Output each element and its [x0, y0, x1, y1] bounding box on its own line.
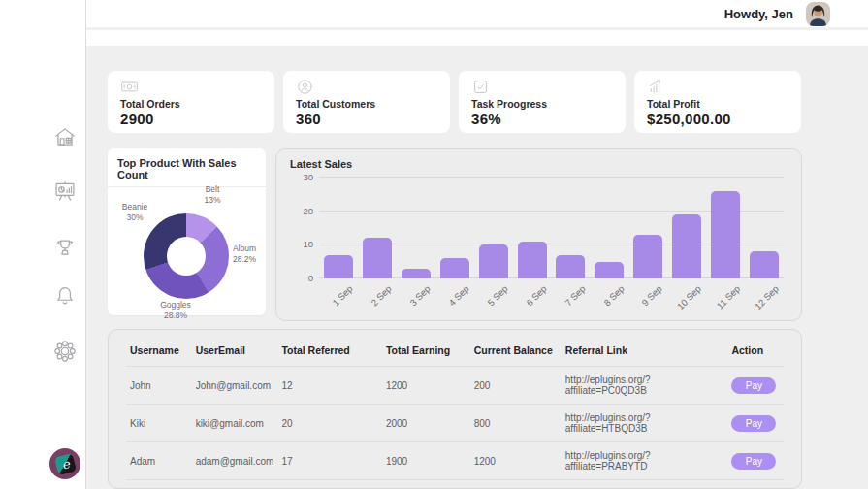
pay-button[interactable]: Pay — [731, 377, 776, 394]
home-icon — [52, 124, 78, 149]
gear-icon — [52, 339, 78, 364]
presentation-chart-icon — [52, 179, 78, 204]
profit-chart-icon — [647, 78, 788, 96]
bell-icon — [52, 283, 78, 309]
table-header-row: Username UserEmail Total Referred Total … — [126, 334, 784, 367]
cell-email: kiki@gmail.com — [192, 405, 278, 442]
cell-referral-link: http://eplugins.org/?affiliate=PC0QD3B — [562, 367, 728, 405]
pay-button[interactable]: Pay — [731, 415, 776, 432]
x-tick-label: 10 Sep — [675, 283, 703, 311]
col-referral-link: Referral Link — [562, 334, 728, 367]
sidebar-item-analytics[interactable] — [52, 179, 78, 204]
stat-value: 360 — [296, 111, 437, 127]
task-check-icon — [471, 78, 613, 96]
col-action: Action — [727, 334, 784, 367]
logo-square: e — [53, 452, 76, 474]
secondary-bar — [86, 30, 868, 46]
pie-label-goggles: Goggles28.8% — [150, 300, 201, 321]
bar-4-sep — [440, 258, 469, 278]
donut-chart-area: Belt13% Beanie30% Album28.2% Goggles28.8… — [117, 187, 256, 321]
dashboard-content: Total Orders 2900 Total Customers 360 Ta… — [86, 46, 868, 489]
cell-earning: 2000 — [382, 405, 470, 442]
trophy-icon — [52, 236, 78, 261]
referrals-table-panel: Username UserEmail Total Referred Total … — [108, 329, 802, 489]
cell-balance: 800 — [470, 405, 562, 442]
donut-chart-title: Top Product With Sales Count — [108, 157, 266, 187]
stat-card-total-orders: Total Orders 2900 — [108, 71, 274, 133]
stat-value: 2900 — [120, 111, 262, 127]
app-root: e Howdy, Jen Total Orders 2900 Tot — [0, 0, 868, 489]
logo-letter: e — [60, 456, 70, 470]
stat-value: $250,000.00 — [647, 111, 788, 127]
bar-3-sep — [402, 269, 431, 278]
x-tick-label: 9 Sep — [640, 283, 664, 308]
bar-9-sep — [633, 235, 662, 278]
eplugins-logo[interactable]: e — [49, 448, 80, 479]
x-tick-label: 8 Sep — [601, 283, 626, 308]
sidebar-item-home[interactable] — [52, 124, 78, 149]
bar-5-sep — [479, 244, 508, 278]
customer-icon — [296, 78, 437, 96]
bar-7-sep — [556, 255, 585, 278]
x-tick-label: 11 Sep — [714, 283, 742, 311]
y-tick-label: 0 — [288, 273, 313, 283]
x-axis-labels: 1 Sep2 Sep3 Sep4 Sep5 Sep6 Sep7 Sep8 Sep… — [319, 278, 784, 311]
x-tick-label: 6 Sep — [524, 283, 548, 308]
stat-value: 36% — [471, 111, 613, 127]
sidebar-item-settings[interactable] — [52, 339, 78, 364]
bar-12-sep — [750, 251, 779, 278]
stat-card-total-profit: Total Profit $250,000.00 — [634, 71, 801, 133]
pie-label-beanie: Beanie30% — [113, 202, 156, 223]
x-tick-label: 4 Sep — [446, 283, 470, 308]
donut-chart — [144, 213, 229, 299]
pie-label-belt: Belt13% — [191, 184, 234, 206]
table-row: Kiki kiki@gmail.com 20 2000 800 http://e… — [126, 405, 784, 442]
bar-chart-plot: 0102030 — [319, 178, 784, 278]
stat-label: Total Profit — [647, 98, 788, 110]
cell-referred: 20 — [277, 405, 382, 442]
cell-referral-link: http://eplugins.org/?affiliate=HTBQD3B — [562, 405, 728, 442]
x-tick-label: 1 Sep — [330, 283, 354, 308]
bar-8-sep — [595, 262, 624, 278]
stat-card-task-progress: Task Proogress 36% — [459, 71, 626, 133]
topbar: Howdy, Jen — [86, 0, 868, 30]
col-total-earning: Total Earning — [382, 334, 470, 367]
bar-2-sep — [363, 238, 392, 278]
col-current-balance: Current Balance — [470, 334, 562, 367]
sidebar-item-achievements[interactable] — [52, 236, 78, 261]
col-total-referred: Total Referred — [277, 334, 382, 367]
sidebar-item-notifications[interactable] — [52, 283, 78, 309]
user-avatar[interactable] — [806, 2, 830, 26]
y-tick-label: 20 — [288, 206, 313, 216]
sidebar: e — [0, 0, 86, 489]
col-username: Username — [126, 334, 192, 367]
pay-button[interactable]: Pay — [731, 453, 776, 470]
bar-chart-title: Latest Sales — [290, 158, 788, 170]
cell-referred: 17 — [277, 442, 382, 480]
charts-row: Top Product With Sales Count Belt13% Bea… — [108, 148, 802, 321]
cell-referral-link: http://eplugins.org/?affiliate=PRABYTD — [562, 442, 728, 480]
y-tick-label: 30 — [288, 172, 313, 182]
x-tick-label: 2 Sep — [369, 283, 393, 308]
referrals-table: Username UserEmail Total Referred Total … — [126, 334, 784, 480]
x-tick-label: 5 Sep — [485, 283, 509, 308]
stat-label: Task Proogress — [471, 98, 613, 110]
stat-label: Total Customers — [296, 98, 437, 110]
cell-balance: 1200 — [470, 442, 562, 480]
bar-chart: 0102030 1 Sep2 Sep3 Sep4 Sep5 Sep6 Sep7 … — [319, 178, 784, 311]
banknote-icon — [120, 78, 262, 96]
greeting-text: Howdy, Jen — [724, 7, 793, 21]
cell-username: Adam — [126, 442, 192, 480]
donut-hole — [167, 237, 206, 276]
latest-sales-panel: Latest Sales 0102030 1 Sep2 Sep3 Sep4 Se… — [275, 148, 802, 321]
y-tick-label: 10 — [288, 239, 313, 249]
stat-card-total-customers: Total Customers 360 — [283, 71, 450, 133]
bar-6-sep — [518, 242, 547, 278]
col-useremail: UserEmail — [192, 334, 278, 367]
x-tick-label: 3 Sep — [407, 283, 432, 308]
pie-label-album: Album28.2% — [222, 244, 267, 265]
stats-row: Total Orders 2900 Total Customers 360 Ta… — [108, 71, 802, 133]
cell-email: John@gmail.com — [192, 367, 278, 405]
cell-username: Kiki — [126, 405, 192, 442]
cell-referred: 12 — [277, 367, 382, 405]
